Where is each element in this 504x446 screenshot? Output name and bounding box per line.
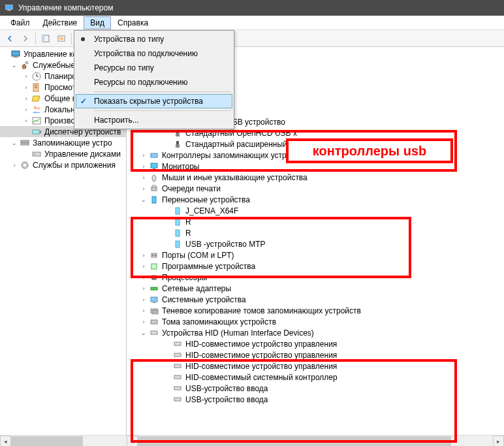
shadow-copy[interactable]: Теневое копирование томов запоминающих у…: [127, 305, 504, 316]
chevron-icon[interactable]: [140, 197, 148, 203]
chevron-icon[interactable]: [22, 95, 30, 102]
dd-res-type[interactable]: Ресурсы по типу: [76, 61, 232, 75]
software-devices[interactable]: Программные устройства: [127, 261, 504, 272]
svg-rect-44: [153, 168, 155, 169]
tree-label: Теневое копирование томов запоминающих у…: [161, 306, 361, 315]
tree-label: Службы и приложения: [31, 161, 116, 170]
tree-label: Просмот: [43, 83, 76, 92]
dd-customize[interactable]: Настроить...: [76, 113, 232, 127]
tree-label: Служебные: [31, 61, 75, 70]
system-devices[interactable]: Системные устройства: [127, 294, 504, 305]
chevron-icon[interactable]: [10, 62, 18, 69]
menu-file[interactable]: Файл: [4, 16, 37, 29]
chevron-icon[interactable]: [140, 274, 148, 281]
dd-show-hidden[interactable]: ✓Показать скрытые устройства: [76, 94, 232, 108]
chevron-icon[interactable]: [10, 162, 18, 168]
sys-icon: [149, 295, 159, 305]
mouse-icon: [149, 172, 159, 183]
pd-mtp[interactable]: USB -устройство MTP: [127, 238, 504, 249]
chevron-icon[interactable]: [140, 319, 148, 325]
forward-button[interactable]: [18, 32, 33, 45]
right-scrollbar[interactable]: ◂ ▸: [127, 435, 504, 446]
tree-label: Планиро: [43, 72, 76, 81]
network-adapters[interactable]: Сетевые адаптеры: [127, 283, 504, 294]
titlebar: Управление компьютером: [0, 0, 504, 16]
menubar: Файл Действие Вид Справка: [0, 16, 504, 30]
tree-label: Локальн: [43, 105, 75, 114]
svg-rect-52: [176, 241, 180, 247]
chevron-icon[interactable]: [140, 252, 148, 259]
disk-mgmt[interactable]: Управление дисками: [0, 148, 126, 159]
shadow-icon: [149, 306, 159, 316]
chevron-icon[interactable]: [140, 296, 148, 303]
hid-1[interactable]: HID-совместимое устройство управления: [127, 338, 504, 349]
chevron-icon[interactable]: [10, 140, 18, 146]
chevron-icon[interactable]: [22, 106, 30, 113]
hid-devices[interactable]: Устройства HID (Human Interface Devices): [127, 327, 504, 338]
chevron-icon[interactable]: [22, 84, 30, 91]
hid-3[interactable]: HID-совместимое устройство управления: [127, 360, 504, 372]
tools-icon: [20, 60, 30, 71]
chevron-icon[interactable]: [140, 152, 148, 159]
svg-point-55: [155, 255, 156, 256]
back-button[interactable]: [3, 32, 17, 45]
menu-view[interactable]: Вид: [84, 16, 111, 29]
svg-rect-63: [151, 297, 157, 302]
window-title: Управление компьютером: [18, 3, 113, 12]
processors[interactable]: Процессоры: [127, 272, 504, 283]
chevron-icon[interactable]: [140, 163, 148, 170]
services-apps[interactable]: Службы и приложения: [0, 159, 126, 170]
chevron-icon[interactable]: [22, 73, 30, 80]
svg-point-18: [34, 106, 37, 109]
usb-input-2[interactable]: USB-устройство ввода: [127, 394, 504, 405]
devmgr-icon: [31, 127, 42, 137]
dd-by-type[interactable]: Устройства по типу: [76, 32, 232, 46]
tree-label: Стандартный расширенный: [184, 140, 287, 149]
tree-label: Переносные устройства: [161, 195, 250, 204]
chevron-icon[interactable]: [140, 308, 148, 314]
dd-res-conn[interactable]: Ресурсы по подключению: [76, 75, 232, 89]
scroll-left-button[interactable]: ◂: [0, 436, 11, 446]
svg-rect-66: [152, 310, 159, 314]
mice[interactable]: Мыши и иные указывающие устройства: [127, 172, 504, 183]
chevron-icon[interactable]: [140, 174, 148, 181]
scroll-right-button-r[interactable]: ▸: [493, 436, 504, 446]
chevron-icon[interactable]: [140, 263, 148, 270]
usb-input-1[interactable]: USB-устройство ввода: [127, 383, 504, 394]
scroll-left-button-r[interactable]: ◂: [127, 436, 138, 446]
stor-icon: [149, 150, 159, 161]
menu-action[interactable]: Действие: [37, 16, 84, 29]
show-hide-button[interactable]: [39, 32, 53, 45]
pd-jcena[interactable]: J_CENA_X64F: [127, 205, 504, 216]
ports[interactable]: Порты (COM и LPT): [127, 249, 504, 261]
pd-r1[interactable]: R: [127, 216, 504, 227]
chevron-icon[interactable]: [22, 118, 30, 124]
hid-2[interactable]: HID-совместимое устройство управления: [127, 349, 504, 360]
tree-label: Мыши и иные указывающие устройства: [161, 173, 307, 182]
svg-rect-0: [6, 5, 13, 10]
storage-volumes[interactable]: Тома запоминающих устройств: [127, 316, 504, 327]
chevron-icon[interactable]: [140, 285, 148, 292]
portable-icon: [149, 195, 159, 205]
tree-label: Стандартный OpenHCD USB х: [184, 129, 297, 138]
chevron-icon[interactable]: [140, 185, 148, 192]
svg-rect-74: [174, 353, 181, 357]
menu-help[interactable]: Справка: [111, 16, 155, 29]
pd-r2[interactable]: R: [127, 227, 504, 238]
left-scrollbar[interactable]: ◂ ▸: [0, 435, 127, 446]
svg-rect-48: [152, 197, 156, 203]
tree-label: HID-совместимое устройство управления: [184, 340, 337, 349]
mgmt-icon: [10, 49, 21, 59]
storage[interactable]: Запоминающие устро: [0, 137, 126, 148]
chevron-icon[interactable]: [140, 330, 148, 336]
print-queues[interactable]: Очереди печати: [127, 183, 504, 194]
svg-point-45: [152, 175, 156, 182]
properties-button[interactable]: [54, 32, 69, 45]
svg-rect-39: [176, 133, 180, 136]
portable-devices[interactable]: Переносные устройства: [127, 194, 504, 205]
hid-sysctrl[interactable]: HID-совместимый системный контроллер: [127, 372, 504, 383]
hid-icon: [172, 383, 183, 394]
svg-rect-56: [151, 264, 157, 269]
view-dropdown: Устройства по типу Устройства по подключ…: [74, 30, 234, 129]
dd-by-conn[interactable]: Устройства по подключению: [76, 46, 232, 61]
